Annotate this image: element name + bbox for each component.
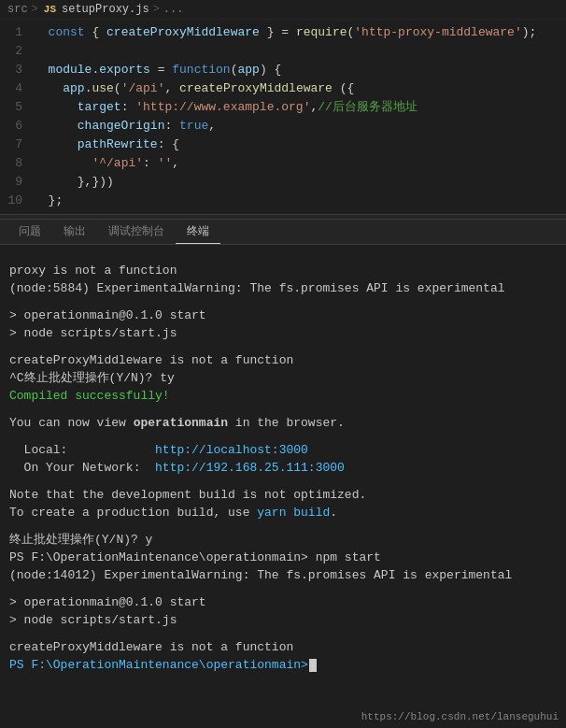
code-line: 6 changeOrigin: true, [0,117,566,136]
line-content: }; [34,192,566,210]
code-line: 7 pathRewrite: { [0,136,566,154]
breadcrumb: src > JS setupProxy.js > ... [0,0,566,20]
token [34,119,78,133]
token [34,156,92,170]
token [34,25,49,39]
token [34,100,78,114]
code-line: 4 app.use('/api', createProxyMiddleware … [0,79,566,98]
terminal-panel[interactable]: proxy is not a function(node:5884) Exper… [0,245,566,681]
code-line: 1 const { createProxyMiddleware } = requ… [0,23,566,42]
breadcrumb-filename[interactable]: setupProxy.js [62,3,149,16]
line-number: 4 [0,79,34,98]
token: const [49,25,85,39]
token: '' [158,156,173,170]
terminal-line: (node:14012) ExperimentalWarning: The fs… [9,566,557,584]
terminal-line: > operationmain@0.1.0 start [9,307,557,324]
token: '/api' [121,81,165,95]
terminal-line: Compiled successfully! [9,387,557,405]
terminal-line: ^C终止批处理操作(Y/N)? ty [9,369,557,387]
tab-终端[interactable]: 终端 [176,220,220,244]
token: true [179,119,208,133]
token: : [143,156,158,170]
line-content: target: 'http://www.example.org',//后台服务器… [34,98,566,117]
tab-调试控制台[interactable]: 调试控制台 [97,220,176,244]
token: { [85,25,106,39]
token: 'http://www.example.org' [135,100,310,114]
token [34,81,63,95]
breadcrumb-sep2: > [153,3,160,16]
token: } = [260,25,296,39]
line-number: 6 [0,117,34,136]
token: = [150,63,172,77]
token: require [296,25,347,39]
terminal-line: Note that the development build is not o… [9,486,557,504]
line-number: 2 [0,42,34,61]
terminal-line [9,521,557,531]
terminal-cursor [309,659,317,672]
code-line: 3 module.exports = function(app) { [0,61,566,79]
token: target [78,100,121,114]
line-content: changeOrigin: true, [34,117,566,136]
line-content: app.use('/api', createProxyMiddleware ({ [34,79,566,98]
terminal-line [9,342,557,351]
token: use [92,81,113,95]
token: , [164,81,179,95]
token: , [208,119,216,133]
terminal-line: Local: http://localhost:3000 [9,441,557,459]
terminal-line [9,297,557,307]
terminal-line: On Your Network: http://192.168.25.111:3… [9,459,557,477]
token: : [121,100,136,114]
token: ( [114,81,121,95]
line-number: 10 [0,192,34,210]
line-content: module.exports = function(app) { [34,61,566,79]
token: changeOrigin [78,119,165,133]
terminal-line: You can now view operationmain in the br… [9,414,557,432]
token: ({ [333,81,354,95]
terminal-line [9,432,557,441]
breadcrumb-src[interactable]: src [7,3,28,16]
line-content: '^/api': '', [34,154,566,173]
terminal-line: PS F:\OperationMaintenance\operationmain… [9,549,557,566]
token: }; [49,193,64,207]
token: createProxyMiddleware [179,81,333,95]
terminal-line [9,252,557,262]
line-content: const { createProxyMiddleware } = requir… [34,23,566,42]
terminal-line: (node:5884) ExperimentalWarning: The fs.… [9,279,557,297]
code-line: 10 }; [0,192,566,210]
line-number: 3 [0,61,34,79]
code-line: 5 target: 'http://www.example.org',//后台服… [0,98,566,117]
token [34,175,78,189]
terminal-line: 终止批处理操作(Y/N)? y [9,531,557,549]
tab-问题[interactable]: 问题 [7,220,52,244]
terminal-link: yarn build [257,506,330,520]
line-number: 9 [0,173,34,192]
token: pathRewrite [78,137,158,151]
token [34,63,49,77]
code-editor: 1 const { createProxyMiddleware } = requ… [0,20,566,214]
token [34,193,49,207]
terminal-url: http://192.168.25.111:3000 [155,461,345,475]
line-number: 5 [0,98,34,117]
breadcrumb-sep1: > [32,3,38,16]
line-number: 1 [0,23,34,42]
line-content: pathRewrite: { [34,136,566,154]
tab-输出[interactable]: 输出 [52,220,97,244]
token: createProxyMiddleware [106,25,260,39]
terminal-line: PS F:\OperationMaintenance\operationmain… [9,656,557,674]
token: '^/api' [92,156,143,170]
terminal-line: createProxyMiddleware is not a function [9,351,557,369]
breadcrumb-js-icon: JS [42,4,58,15]
terminal-tabs: 问题输出调试控制台终端 [0,220,566,245]
terminal-line: To create a production build, use yarn b… [9,504,557,521]
terminal-url: http://localhost:3000 [155,443,308,457]
token: module [49,63,92,77]
token [34,137,78,151]
line-content: },})) [34,173,566,192]
terminal-line: > node scripts/start.js [9,611,557,629]
token: ) { [260,63,281,77]
watermark: https://blog.csdn.net/lanseguhui [361,711,559,722]
terminal-line: > operationmain@0.1.0 start [9,593,557,611]
token: ); [522,25,537,39]
terminal-line: > node scripts/start.js [9,324,557,342]
token: },})) [78,175,114,189]
